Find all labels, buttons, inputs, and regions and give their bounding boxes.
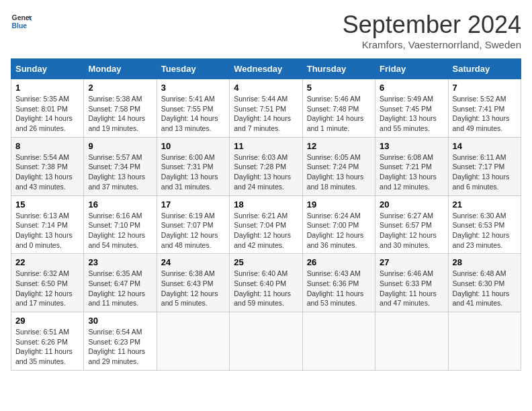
- day-number: 15: [15, 199, 79, 210]
- calendar-cell: 20Sunrise: 6:27 AM Sunset: 6:57 PM Dayli…: [375, 195, 448, 254]
- day-info: Sunrise: 6:48 AM Sunset: 6:30 PM Dayligh…: [453, 269, 517, 308]
- page-header: General Blue September 2024 Kramfors, Va…: [11, 11, 521, 50]
- calendar-cell: [157, 312, 229, 371]
- logo: General Blue: [11, 11, 32, 32]
- day-info: Sunrise: 6:46 AM Sunset: 6:33 PM Dayligh…: [380, 269, 443, 308]
- day-info: Sunrise: 6:43 AM Sunset: 6:36 PM Dayligh…: [307, 269, 371, 308]
- day-number: 28: [453, 257, 517, 267]
- day-number: 24: [161, 257, 225, 267]
- header-thursday: Thursday: [302, 59, 375, 79]
- day-number: 16: [88, 199, 152, 210]
- day-number: 3: [161, 83, 225, 93]
- day-number: 22: [15, 257, 79, 267]
- calendar-cell: 1Sunrise: 5:35 AM Sunset: 8:01 PM Daylig…: [11, 79, 84, 138]
- day-number: 6: [380, 83, 443, 93]
- title-section: September 2024 Kramfors, Vaesternorrland…: [343, 11, 521, 50]
- calendar-cell: 30Sunrise: 6:54 AM Sunset: 6:23 PM Dayli…: [84, 312, 157, 371]
- calendar-cell: 22Sunrise: 6:32 AM Sunset: 6:50 PM Dayli…: [11, 254, 84, 312]
- day-info: Sunrise: 5:41 AM Sunset: 7:55 PM Dayligh…: [161, 94, 225, 134]
- day-number: 11: [234, 141, 298, 151]
- header-row: SundayMondayTuesdayWednesdayThursdayFrid…: [11, 59, 521, 79]
- day-info: Sunrise: 5:46 AM Sunset: 7:48 PM Dayligh…: [307, 94, 371, 134]
- calendar-cell: 2Sunrise: 5:38 AM Sunset: 7:58 PM Daylig…: [84, 79, 157, 138]
- day-info: Sunrise: 6:03 AM Sunset: 7:28 PM Dayligh…: [234, 152, 298, 192]
- calendar-cell: [448, 312, 521, 371]
- header-wednesday: Wednesday: [230, 59, 302, 79]
- day-info: Sunrise: 6:51 AM Sunset: 6:26 PM Dayligh…: [15, 327, 79, 367]
- calendar-cell: 11Sunrise: 6:03 AM Sunset: 7:28 PM Dayli…: [230, 137, 302, 195]
- day-number: 8: [15, 141, 79, 151]
- header-tuesday: Tuesday: [157, 59, 229, 79]
- day-number: 12: [307, 141, 371, 151]
- week-row-3: 15Sunrise: 6:13 AM Sunset: 7:14 PM Dayli…: [11, 195, 521, 254]
- calendar-cell: 26Sunrise: 6:43 AM Sunset: 6:36 PM Dayli…: [302, 254, 375, 312]
- day-info: Sunrise: 6:16 AM Sunset: 7:10 PM Dayligh…: [88, 211, 152, 250]
- day-number: 4: [234, 83, 298, 93]
- calendar-cell: 3Sunrise: 5:41 AM Sunset: 7:55 PM Daylig…: [157, 79, 229, 138]
- day-info: Sunrise: 6:54 AM Sunset: 6:23 PM Dayligh…: [88, 327, 152, 367]
- day-number: 1: [15, 83, 79, 93]
- day-number: 5: [307, 83, 371, 93]
- day-number: 21: [453, 199, 517, 210]
- day-info: Sunrise: 5:49 AM Sunset: 7:45 PM Dayligh…: [380, 94, 443, 134]
- calendar-cell: 23Sunrise: 6:35 AM Sunset: 6:47 PM Dayli…: [84, 254, 157, 312]
- subtitle: Kramfors, Vaesternorrland, Sweden: [343, 39, 521, 50]
- calendar-cell: 29Sunrise: 6:51 AM Sunset: 6:26 PM Dayli…: [11, 312, 84, 371]
- calendar-cell: 15Sunrise: 6:13 AM Sunset: 7:14 PM Dayli…: [11, 195, 84, 254]
- day-number: 2: [88, 83, 152, 93]
- calendar-cell: 12Sunrise: 6:05 AM Sunset: 7:24 PM Dayli…: [302, 137, 375, 195]
- calendar-cell: [375, 312, 448, 371]
- calendar-cell: 24Sunrise: 6:38 AM Sunset: 6:43 PM Dayli…: [157, 254, 229, 312]
- day-info: Sunrise: 6:05 AM Sunset: 7:24 PM Dayligh…: [307, 152, 371, 192]
- day-info: Sunrise: 5:44 AM Sunset: 7:51 PM Dayligh…: [234, 94, 298, 134]
- day-number: 25: [234, 257, 298, 267]
- day-info: Sunrise: 6:30 AM Sunset: 6:53 PM Dayligh…: [453, 211, 517, 250]
- calendar-cell: 17Sunrise: 6:19 AM Sunset: 7:07 PM Dayli…: [157, 195, 229, 254]
- day-info: Sunrise: 5:38 AM Sunset: 7:58 PM Dayligh…: [88, 94, 152, 134]
- calendar-cell: 25Sunrise: 6:40 AM Sunset: 6:40 PM Dayli…: [230, 254, 302, 312]
- day-number: 9: [88, 141, 152, 151]
- calendar-table: SundayMondayTuesdayWednesdayThursdayFrid…: [11, 58, 521, 371]
- header-sunday: Sunday: [11, 59, 84, 79]
- day-info: Sunrise: 6:32 AM Sunset: 6:50 PM Dayligh…: [15, 269, 79, 308]
- calendar-cell: 9Sunrise: 5:57 AM Sunset: 7:34 PM Daylig…: [84, 137, 157, 195]
- day-number: 13: [380, 141, 443, 151]
- calendar-cell: [302, 312, 375, 371]
- day-number: 18: [234, 199, 298, 210]
- day-info: Sunrise: 5:35 AM Sunset: 8:01 PM Dayligh…: [15, 94, 79, 134]
- calendar-cell: 28Sunrise: 6:48 AM Sunset: 6:30 PM Dayli…: [448, 254, 521, 312]
- calendar-cell: 8Sunrise: 5:54 AM Sunset: 7:38 PM Daylig…: [11, 137, 84, 195]
- calendar-cell: 27Sunrise: 6:46 AM Sunset: 6:33 PM Dayli…: [375, 254, 448, 312]
- week-row-2: 8Sunrise: 5:54 AM Sunset: 7:38 PM Daylig…: [11, 137, 521, 195]
- header-monday: Monday: [84, 59, 157, 79]
- main-title: September 2024: [343, 11, 521, 39]
- day-number: 26: [307, 257, 371, 267]
- calendar-cell: 13Sunrise: 6:08 AM Sunset: 7:21 PM Dayli…: [375, 137, 448, 195]
- day-info: Sunrise: 6:35 AM Sunset: 6:47 PM Dayligh…: [88, 269, 152, 308]
- day-number: 19: [307, 199, 371, 210]
- day-number: 10: [161, 141, 225, 151]
- calendar-cell: 4Sunrise: 5:44 AM Sunset: 7:51 PM Daylig…: [230, 79, 302, 138]
- calendar-header: SundayMondayTuesdayWednesdayThursdayFrid…: [11, 59, 521, 79]
- day-info: Sunrise: 6:27 AM Sunset: 6:57 PM Dayligh…: [380, 211, 443, 250]
- day-info: Sunrise: 6:21 AM Sunset: 7:04 PM Dayligh…: [234, 211, 298, 250]
- calendar-cell: 6Sunrise: 5:49 AM Sunset: 7:45 PM Daylig…: [375, 79, 448, 138]
- day-info: Sunrise: 6:38 AM Sunset: 6:43 PM Dayligh…: [161, 269, 225, 308]
- calendar-cell: 7Sunrise: 5:52 AM Sunset: 7:41 PM Daylig…: [448, 79, 521, 138]
- calendar-body: 1Sunrise: 5:35 AM Sunset: 8:01 PM Daylig…: [11, 79, 521, 371]
- week-row-1: 1Sunrise: 5:35 AM Sunset: 8:01 PM Daylig…: [11, 79, 521, 138]
- day-info: Sunrise: 6:11 AM Sunset: 7:17 PM Dayligh…: [453, 152, 517, 192]
- svg-text:Blue: Blue: [12, 22, 28, 30]
- week-row-5: 29Sunrise: 6:51 AM Sunset: 6:26 PM Dayli…: [11, 312, 521, 371]
- day-info: Sunrise: 6:00 AM Sunset: 7:31 PM Dayligh…: [161, 152, 225, 192]
- calendar-cell: 5Sunrise: 5:46 AM Sunset: 7:48 PM Daylig…: [302, 79, 375, 138]
- calendar-cell: 16Sunrise: 6:16 AM Sunset: 7:10 PM Dayli…: [84, 195, 157, 254]
- calendar-cell: 10Sunrise: 6:00 AM Sunset: 7:31 PM Dayli…: [157, 137, 229, 195]
- day-number: 14: [453, 141, 517, 151]
- day-info: Sunrise: 6:08 AM Sunset: 7:21 PM Dayligh…: [380, 152, 443, 192]
- day-info: Sunrise: 5:57 AM Sunset: 7:34 PM Dayligh…: [88, 152, 152, 192]
- day-number: 7: [453, 83, 517, 93]
- calendar-cell: 19Sunrise: 6:24 AM Sunset: 7:00 PM Dayli…: [302, 195, 375, 254]
- calendar-cell: 14Sunrise: 6:11 AM Sunset: 7:17 PM Dayli…: [448, 137, 521, 195]
- logo-icon: General Blue: [11, 11, 32, 32]
